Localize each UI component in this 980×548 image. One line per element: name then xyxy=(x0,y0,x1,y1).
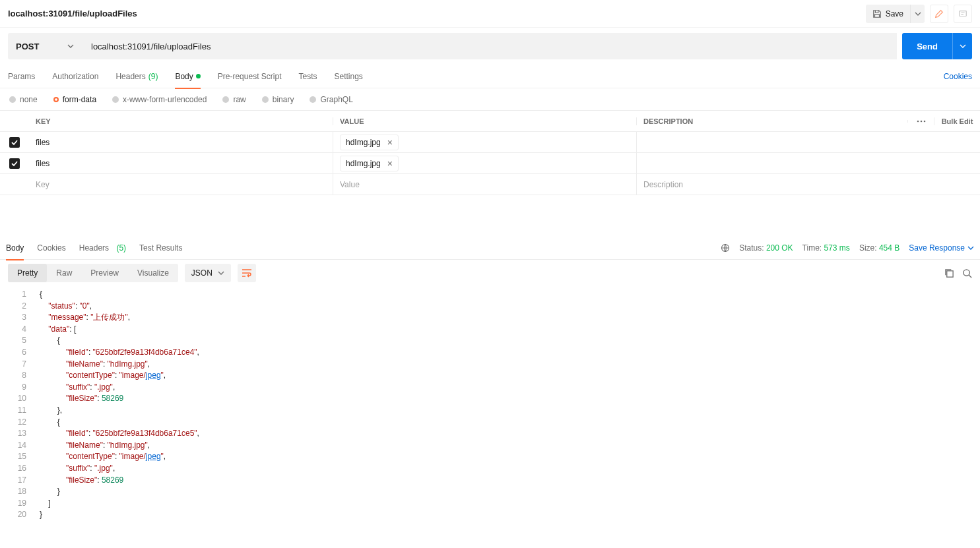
size-label: Size: 454 B xyxy=(859,243,899,253)
wrap-icon xyxy=(242,268,252,278)
view-pretty[interactable]: Pretty xyxy=(8,264,47,282)
tab-tests[interactable]: Tests xyxy=(298,65,317,88)
kv-key-cell[interactable]: files xyxy=(29,153,333,174)
view-visualize[interactable]: Visualize xyxy=(128,264,178,282)
headers-count: (9) xyxy=(148,72,158,81)
body-type-none[interactable]: none xyxy=(9,95,38,104)
kv-value-cell[interactable]: hdImg.jpg× xyxy=(333,153,636,174)
kv-desc-cell[interactable] xyxy=(636,153,907,174)
file-chip[interactable]: hdImg.jpg× xyxy=(340,135,399,150)
size-value: 454 B xyxy=(879,243,899,253)
radio-label: form-data xyxy=(63,95,96,104)
save-group: Save xyxy=(866,5,925,23)
resp-tab-cookies[interactable]: Cookies xyxy=(37,236,65,260)
kv-header-key: KEY xyxy=(29,117,333,125)
status-value: 200 OK xyxy=(766,243,793,253)
globe-icon[interactable] xyxy=(721,243,730,253)
chevron-down-icon xyxy=(967,245,974,251)
status-label: Status: 200 OK xyxy=(739,243,793,253)
time-value: 573 ms xyxy=(824,243,850,253)
send-button[interactable]: Send xyxy=(902,33,952,59)
line-gutter: 1234567891011121314151617181920 xyxy=(0,289,33,521)
search-icon[interactable] xyxy=(962,268,972,278)
cookies-link[interactable]: Cookies xyxy=(944,72,972,81)
check-icon xyxy=(11,160,18,167)
kv-value-input[interactable]: Value xyxy=(333,174,636,195)
method-select[interactable]: POST xyxy=(8,33,82,59)
chevron-down-icon xyxy=(218,270,224,276)
bulk-edit[interactable]: Bulk Edit xyxy=(934,117,980,125)
save-button[interactable]: Save xyxy=(866,5,910,23)
tab-prerequest[interactable]: Pre-request Script xyxy=(218,65,282,88)
radio-icon xyxy=(112,96,119,103)
file-chip-name: hdImg.jpg xyxy=(346,159,381,168)
resp-tab-headers[interactable]: Headers (5) xyxy=(79,236,126,260)
view-preview[interactable]: Preview xyxy=(81,264,128,282)
copy-icon[interactable] xyxy=(944,268,954,278)
body-type-xwww[interactable]: x-www-form-urlencoded xyxy=(112,95,207,104)
edit-button[interactable] xyxy=(930,5,948,23)
save-response[interactable]: Save Response xyxy=(909,243,974,253)
kv-desc-input[interactable]: Description xyxy=(636,174,907,195)
pencil-icon xyxy=(934,9,944,18)
file-chip[interactable]: hdImg.jpg× xyxy=(340,156,399,171)
save-icon xyxy=(872,9,882,18)
radio-icon xyxy=(53,97,59,102)
body-type-binary[interactable]: binary xyxy=(262,95,294,104)
chevron-down-icon xyxy=(960,43,966,49)
comments-button[interactable] xyxy=(954,5,972,23)
tab-headers[interactable]: Headers (9) xyxy=(115,65,158,88)
kv-row: files hdImg.jpg× xyxy=(0,153,980,174)
tab-headers-label: Headers xyxy=(115,72,145,81)
kv-header-value: VALUE xyxy=(333,117,636,125)
row-checkbox[interactable] xyxy=(9,137,20,148)
resp-tab-body[interactable]: Body xyxy=(6,236,24,260)
kv-desc-cell[interactable] xyxy=(636,132,907,153)
svg-rect-5 xyxy=(947,270,953,276)
row-checkbox[interactable] xyxy=(9,158,20,169)
code-content: { "status": "0", "message": "上传成功", "dat… xyxy=(33,289,980,521)
radio-label: binary xyxy=(273,95,294,104)
format-select[interactable]: JSON xyxy=(185,264,231,282)
dots-icon xyxy=(917,120,926,123)
radio-label: x-www-form-urlencoded xyxy=(123,95,207,104)
body-type-raw[interactable]: raw xyxy=(222,95,245,104)
body-type-formdata[interactable]: form-data xyxy=(53,95,96,104)
time-label: Time: 573 ms xyxy=(802,243,850,253)
remove-file-icon[interactable]: × xyxy=(387,137,393,148)
wrap-lines-button[interactable] xyxy=(238,264,256,282)
send-dropdown[interactable] xyxy=(952,33,972,59)
resp-tab-testresults[interactable]: Test Results xyxy=(139,236,182,260)
tab-authorization[interactable]: Authorization xyxy=(52,65,98,88)
resp-tab-headers-label: Headers xyxy=(79,243,109,253)
remove-file-icon[interactable]: × xyxy=(387,158,393,169)
comment-icon xyxy=(958,9,967,18)
radio-label: GraphQL xyxy=(320,95,352,104)
chevron-down-icon xyxy=(915,11,921,17)
view-raw[interactable]: Raw xyxy=(47,264,81,282)
radio-icon xyxy=(222,96,229,103)
kv-actions-menu[interactable] xyxy=(907,120,934,123)
tab-settings[interactable]: Settings xyxy=(335,65,363,88)
tab-body-label: Body xyxy=(175,72,193,81)
response-body-editor[interactable]: 1234567891011121314151617181920 { "statu… xyxy=(0,286,980,521)
radio-icon xyxy=(262,96,269,103)
body-type-graphql[interactable]: GraphQL xyxy=(310,95,352,104)
url-input[interactable] xyxy=(82,33,897,59)
kv-header-desc: DESCRIPTION xyxy=(636,117,907,125)
tab-params[interactable]: Params xyxy=(8,65,35,88)
radio-icon xyxy=(9,96,16,103)
request-title: localhost:31091/file/uploadFiles xyxy=(8,9,137,18)
tab-body[interactable]: Body xyxy=(175,65,200,88)
kv-key-input[interactable]: Key xyxy=(29,174,333,195)
chevron-down-icon xyxy=(67,43,74,49)
svg-point-1 xyxy=(917,120,919,122)
radio-label: none xyxy=(20,95,38,104)
radio-label: raw xyxy=(233,95,245,104)
save-dropdown[interactable] xyxy=(910,5,925,23)
kv-key-cell[interactable]: files xyxy=(29,132,333,153)
method-value: POST xyxy=(16,42,39,51)
kv-row: files hdImg.jpg× xyxy=(0,132,980,153)
kv-value-cell[interactable]: hdImg.jpg× xyxy=(333,132,636,153)
check-icon xyxy=(11,139,18,146)
